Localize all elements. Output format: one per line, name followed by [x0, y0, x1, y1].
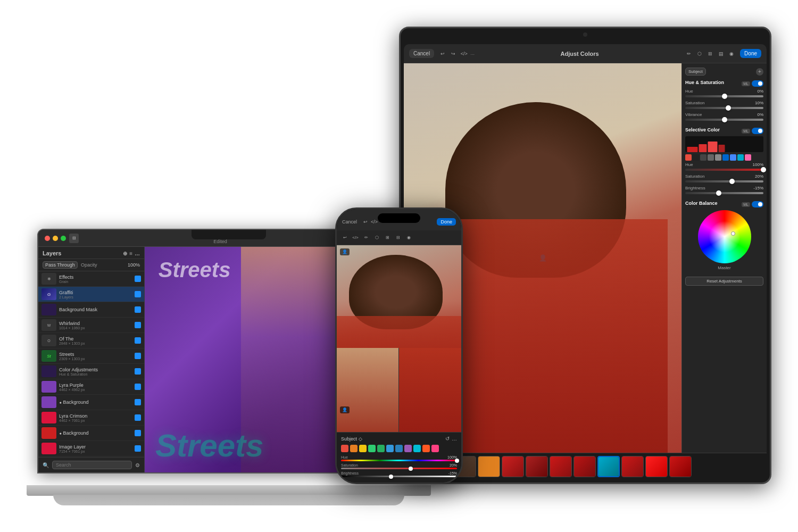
pen-icon[interactable]: ✏	[685, 49, 693, 58]
layer-item[interactable]: Lyra Purple 4462 × 4962 px	[38, 379, 144, 395]
sc-sat-thumb[interactable]	[729, 179, 735, 184]
settings-icon[interactable]: ◉	[727, 49, 736, 58]
settings-icon[interactable]: ⚙	[135, 462, 140, 468]
sc-bri-thumb[interactable]	[716, 190, 721, 196]
layer-item[interactable]: ⬥ Background	[38, 426, 144, 441]
cancel-button[interactable]: Cancel	[342, 219, 357, 225]
layer-visibility[interactable]	[135, 276, 141, 282]
grid-icon[interactable]: ⊞	[706, 49, 714, 58]
cyan-swatch[interactable]	[737, 154, 744, 161]
layer-item[interactable]: ⬥ Background	[38, 395, 144, 410]
layer-visibility[interactable]	[135, 291, 141, 297]
sc-toggle[interactable]	[752, 128, 763, 134]
layer-visibility[interactable]	[135, 430, 141, 436]
dark-green-swatch[interactable]	[377, 445, 385, 452]
blue-swatch[interactable]	[722, 154, 729, 161]
layers-options-icon[interactable]: …	[135, 251, 140, 256]
filmstrip-item[interactable]	[478, 456, 500, 477]
grid-icon[interactable]: ⊞	[384, 234, 391, 242]
layer-visibility[interactable]	[135, 399, 141, 405]
layer-visibility[interactable]	[135, 322, 141, 328]
gray-swatch[interactable]	[700, 154, 706, 161]
hue-thumb[interactable]	[455, 459, 459, 463]
layers-icon[interactable]: ▤	[717, 49, 725, 58]
reset-icon[interactable]: ↺	[445, 436, 450, 442]
undo-icon[interactable]: ↩	[438, 49, 447, 58]
reset-adjustments-button[interactable]: Reset Adjustments	[685, 277, 763, 286]
done-button[interactable]: Done	[740, 49, 761, 58]
subject-selector[interactable]: Subject	[685, 68, 706, 76]
lasso-icon[interactable]: ⬡	[373, 234, 380, 242]
filmstrip-item[interactable]	[669, 456, 692, 477]
code-icon[interactable]: </>	[371, 219, 378, 225]
undo-icon[interactable]: ↩	[363, 219, 368, 225]
layer-item[interactable]: St Streets 2309 × 1303 px	[38, 348, 144, 364]
pink-swatch[interactable]	[431, 445, 439, 452]
yellow-swatch[interactable]	[359, 445, 367, 452]
saturation-thumb[interactable]	[726, 105, 731, 111]
layers-menu-icon[interactable]: ≡	[129, 251, 132, 256]
filmstrip-item[interactable]	[502, 456, 524, 477]
sidebar-toggle-icon[interactable]: ⊟	[69, 234, 79, 243]
subject-label[interactable]: Subject ◇	[341, 436, 362, 442]
brightness-slider[interactable]	[341, 476, 457, 477]
cancel-button[interactable]: Cancel	[409, 49, 434, 58]
code-icon[interactable]: </>	[460, 49, 468, 58]
pink-swatch[interactable]	[745, 154, 751, 161]
more-icon[interactable]: …	[470, 51, 475, 56]
filmstrip-item[interactable]	[621, 456, 644, 477]
redo-icon[interactable]: ↪	[449, 49, 458, 58]
dark-swatch[interactable]	[693, 154, 699, 161]
filmstrip-item[interactable]	[573, 456, 596, 477]
maximize-button[interactable]	[61, 236, 66, 241]
layer-visibility[interactable]	[135, 414, 141, 421]
saturation-slider[interactable]	[685, 107, 763, 109]
cyan-swatch[interactable]	[413, 445, 421, 452]
layer-item[interactable]: W Whirlwind 1014 × 1060 px	[38, 318, 144, 333]
filmstrip-item[interactable]	[550, 456, 572, 477]
cb-toggle[interactable]	[752, 201, 763, 207]
filmstrip-item[interactable]	[645, 456, 668, 477]
minimize-button[interactable]	[53, 236, 58, 241]
hs-toggle[interactable]	[752, 80, 763, 87]
layer-visibility[interactable]	[135, 445, 141, 452]
done-button[interactable]: Done	[437, 218, 456, 226]
light-swatch[interactable]	[715, 154, 721, 161]
red-swatch[interactable]	[341, 445, 348, 452]
layer-item[interactable]: Image Layer 7154 × 7061 px	[38, 441, 144, 456]
pen-icon[interactable]: ✏	[362, 234, 370, 242]
layers-icon[interactable]: ⊟	[394, 234, 402, 242]
layer-visibility[interactable]	[135, 368, 141, 375]
layer-item[interactable]: Background Mask	[38, 302, 144, 318]
close-button[interactable]	[45, 236, 50, 241]
layer-visibility[interactable]	[135, 353, 141, 359]
filmstrip-item-active[interactable]	[597, 456, 620, 477]
orange-swatch[interactable]	[350, 445, 358, 452]
layer-item[interactable]: ✱ Effects Grain	[38, 271, 144, 287]
sc-hue-slider[interactable]	[685, 169, 763, 171]
deep-orange-swatch[interactable]	[422, 445, 430, 452]
layer-visibility[interactable]	[135, 337, 141, 344]
search-input[interactable]	[52, 461, 132, 469]
green-swatch[interactable]	[368, 445, 376, 452]
settings-icon[interactable]: ◉	[405, 234, 412, 242]
undo-icon[interactable]: ↩	[341, 234, 348, 242]
sc-hue-thumb[interactable]	[761, 167, 766, 172]
vibrance-thumb[interactable]	[722, 117, 727, 122]
layer-item[interactable]: G Graffiti 2 Layers	[38, 287, 144, 302]
blue2-swatch[interactable]	[730, 154, 736, 161]
code-icon[interactable]: </>	[352, 234, 359, 242]
sc-brightness-slider[interactable]	[685, 192, 763, 194]
color-wheel-dot[interactable]	[731, 231, 735, 236]
add-adjustment-button[interactable]: +	[756, 68, 763, 76]
layer-visibility[interactable]	[135, 384, 141, 390]
layer-item[interactable]: Color Adjustments Hue & Saturation	[38, 364, 144, 379]
layer-item[interactable]: O Of The 2848 × 1303 px	[38, 333, 144, 348]
dark-blue-swatch[interactable]	[395, 445, 403, 452]
hue-slider[interactable]	[685, 95, 763, 97]
purple-swatch[interactable]	[404, 445, 412, 452]
brightness-thumb[interactable]	[389, 475, 393, 479]
saturation-thumb[interactable]	[409, 467, 413, 471]
filmstrip-item[interactable]	[526, 456, 548, 477]
sc-saturation-slider[interactable]	[685, 180, 763, 182]
